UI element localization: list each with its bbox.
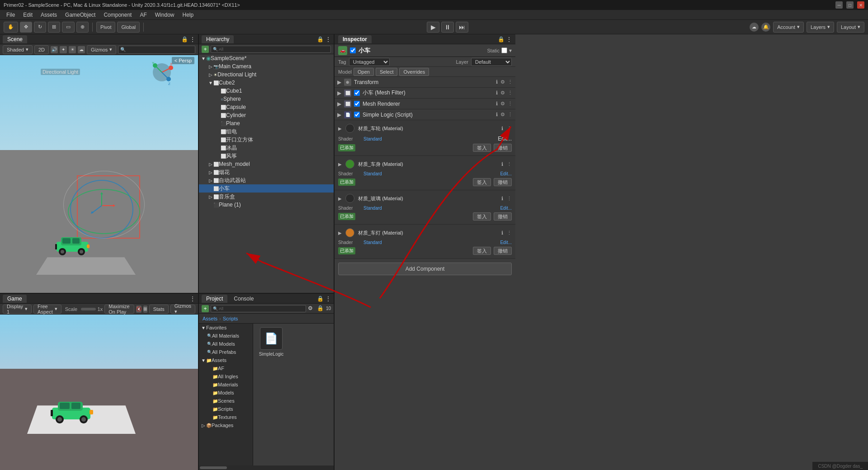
scene-search-input[interactable]: 🔍 [118,46,195,54]
project-item-af[interactable]: 📁 AF [199,364,253,372]
material-info-icon[interactable]: ℹ [501,161,503,167]
hierarchy-item-plane[interactable]: ⬛ Plane [199,119,334,127]
tab-console[interactable]: Console [229,295,258,303]
component-dots-icon[interactable]: ⋮ [508,79,513,85]
tab-scene[interactable]: Scene [3,35,27,43]
hierarchy-item-dirlight[interactable]: ▷ ☀ Directional Light [199,70,334,79]
tab-game[interactable]: Game [3,295,27,303]
layers-dropdown[interactable]: Layers ▾ [807,22,834,33]
checkin-button[interactable]: 签入 [473,247,491,255]
meshrenderer-enabled[interactable] [354,101,360,107]
move-gizmo[interactable] [88,192,115,221]
checkin-button[interactable]: 签入 [473,212,491,221]
shader-value[interactable]: Standard [363,136,382,141]
menu-gameobject[interactable]: GameObject [61,11,99,19]
inspector-dots-icon[interactable]: ⋮ [506,36,512,42]
project-settings-icon[interactable]: ⚙ [308,305,315,312]
component-meshfilter[interactable]: ▶ ⬜ 小车 (Mesh Filter) ℹ ⚙ ⋮ [335,88,515,99]
edit-label[interactable]: Edit... [500,171,512,176]
account-dropdown[interactable]: Account ▾ [773,22,804,33]
project-search[interactable]: 🔍 All [211,305,306,312]
hierarchy-item-musicbox[interactable]: ▷ ⬜ 音乐盒 [199,193,334,201]
maximize-button[interactable]: Maximize On Play [104,305,134,314]
project-item-allmodels[interactable]: 🔍 All Models [199,340,253,348]
select-button[interactable]: Select [376,68,398,76]
project-scrollbar[interactable] [199,465,334,470]
edit-label[interactable]: Edit... [498,136,512,142]
minimize-button[interactable]: ─ [835,1,843,9]
material-info-icon[interactable]: ℹ [501,230,503,236]
mute-icon[interactable]: 🔇 [136,306,142,313]
sound-icon[interactable]: 🔊 [51,46,58,53]
display-dropdown[interactable]: Display 1▾ [3,305,32,314]
menu-af[interactable]: AF [136,11,150,19]
vsynch-icon[interactable]: ⊞ [143,306,147,313]
hierarchy-item-sphere[interactable]: ○ Sphere [199,95,334,103]
component-simplelogic[interactable]: ▶ 📄 Simple Logic (Script) ℹ ⚙ ⋮ [335,109,515,120]
hierarchy-item-kite[interactable]: ⬜ 风筝 [199,152,334,160]
hierarchy-item-meshmodel[interactable]: ▷ ⬜ Mesh_model [199,160,334,168]
project-item-allprefabs[interactable]: 🔍 All Prefabs [199,348,253,356]
component-info-icon[interactable]: ℹ [496,112,498,118]
pivot-button[interactable]: Pivot [96,22,115,33]
tool-move[interactable]: ✥ [20,22,32,33]
component-info-icon[interactable]: ℹ [496,90,498,96]
component-settings-icon[interactable]: ⚙ [500,90,505,96]
close-button[interactable]: ✕ [857,1,864,9]
hierarchy-item-fireworks[interactable]: ▷ ⬜ 烟花 [199,168,334,176]
material-dots-icon[interactable]: ⋮ [507,161,512,167]
material-body-ball[interactable] [345,160,354,169]
scene-dots-icon[interactable]: ⋮ [190,36,195,42]
collab-icon[interactable]: ☁ [750,23,759,32]
undo-button[interactable]: 撤销 [494,247,512,255]
tool-rect[interactable]: ▭ [62,22,75,33]
project-item-scenes[interactable]: 📁 Scenes [199,397,253,405]
component-dots-icon[interactable]: ⋮ [508,112,513,118]
hierarchy-search[interactable]: 🔍 All [211,46,331,53]
shader-value[interactable]: Standard [363,240,382,245]
hierarchy-item-capsule[interactable]: ⬜ Capsule [199,103,334,111]
stats-button[interactable]: Stats [149,305,169,314]
shader-value[interactable]: Standard [363,206,382,211]
tool-transform[interactable]: ⊕ [76,22,89,33]
material-dots-icon[interactable]: ⋮ [507,196,512,202]
gizmos-dropdown[interactable]: Gizmos▾ [87,45,116,54]
material-light-ball[interactable] [345,228,354,237]
add-button[interactable]: + [202,46,209,53]
light-icon[interactable]: ☀ [69,46,76,53]
step-button[interactable]: ⏭ [456,22,468,33]
project-item-models[interactable]: 📁 Models [199,389,253,397]
project-item-packages[interactable]: ▷ 📦 Packages [199,421,253,429]
project-add-button[interactable]: + [202,305,209,312]
scrollbar-thumb[interactable] [200,466,227,469]
hierarchy-item-ice[interactable]: ⬜ 冰晶 [199,144,334,152]
hierarchy-item-zudian[interactable]: ⬜ 组电 [199,127,334,136]
component-info-icon[interactable]: ℹ [496,101,498,107]
fx-icon[interactable]: ✦ [60,46,67,53]
checkin-button[interactable]: 签入 [473,144,491,152]
menu-window[interactable]: Window [151,11,178,19]
material-info-icon[interactable]: ℹ [501,196,503,202]
sky-icon[interactable]: ☁ [78,46,85,53]
menu-assets[interactable]: Assets [37,11,61,19]
window-controls[interactable]: ─ □ ✕ [835,1,864,9]
edit-label[interactable]: Edit... [500,240,512,245]
hierarchy-dots-icon[interactable]: ⋮ [326,36,331,42]
2d-button[interactable]: 2D [34,45,49,54]
hierarchy-item-weaponstation[interactable]: ▷ ⬜ 自动武器站 [199,176,334,184]
cloud-icon[interactable]: 🔔 [761,23,770,32]
project-file-simplelogic[interactable]: 📄 SimpleLogic [253,324,289,360]
hierarchy-item-cube1[interactable]: ⬜ Cube1 [199,87,334,95]
layer-select[interactable]: Default [471,58,512,66]
material-dots-icon[interactable]: ⋮ [507,230,512,236]
material-info-icon[interactable]: ℹ [501,126,503,132]
menu-component[interactable]: Component [100,11,135,19]
project-lock2-icon[interactable]: 🔒 [317,305,324,312]
material-dots-icon[interactable]: ⋮ [507,126,512,132]
project-item-textures[interactable]: 📁 Textures [199,413,253,421]
object-enabled-checkbox[interactable] [350,47,356,53]
shading-dropdown[interactable]: Shaded▾ [3,45,33,54]
checkin-button[interactable]: 签入 [473,178,491,186]
add-component-button[interactable]: Add Component [338,263,512,275]
gizmos2-button[interactable]: Gizmos ▾ [170,305,195,314]
